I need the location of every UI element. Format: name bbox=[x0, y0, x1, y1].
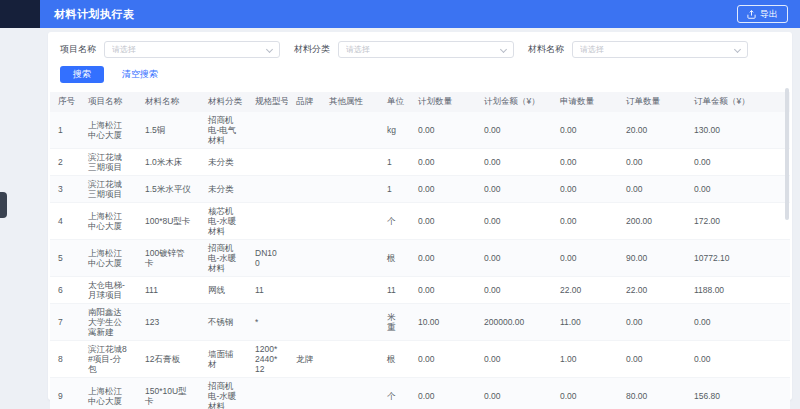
filter-material-input[interactable] bbox=[573, 42, 747, 57]
filter-project-label: 项目名称 bbox=[60, 43, 96, 56]
table-cell: 上海松江中心大厦 bbox=[80, 240, 137, 277]
table-cell: 7 bbox=[50, 304, 80, 341]
table-row: 6太仓电梯-月球项目111网线11110.000.0022.0022.00118… bbox=[50, 277, 790, 304]
table-cell: 0.00 bbox=[552, 149, 618, 176]
filter-category-select[interactable] bbox=[338, 41, 514, 58]
table-cell: 0.00 bbox=[618, 341, 686, 378]
content-card: 项目名称 材料分类 材料名称 搜索 清空搜索 序号项目名 bbox=[48, 32, 792, 400]
column-header: 材料名称 bbox=[137, 92, 200, 112]
filter-material-select[interactable] bbox=[572, 41, 748, 58]
table-cell: 12石膏板 bbox=[137, 341, 200, 378]
table-container: 序号项目名称材料名称材料分类规格型号品牌其他属性单位计划数量计划金额（¥）申请数… bbox=[50, 92, 790, 409]
column-header: 订单数量 bbox=[618, 92, 686, 112]
table-cell: 太仓电梯-月球项目 bbox=[80, 277, 137, 304]
table-cell bbox=[288, 203, 321, 240]
table-row: 2滨江花城三期项目1.0米木床未分类10.000.000.000.000.00 bbox=[50, 149, 790, 176]
table-cell: 0.00 bbox=[476, 176, 552, 203]
table-cell: 0.00 bbox=[476, 112, 552, 149]
table-cell: 20.00 bbox=[618, 112, 686, 149]
table-cell bbox=[321, 149, 379, 176]
table-cell: 0.00 bbox=[410, 176, 476, 203]
table-cell: 10772.10 bbox=[686, 240, 790, 277]
table-cell: 1200*2440*12 bbox=[247, 341, 288, 378]
filter-project-select[interactable] bbox=[104, 41, 280, 58]
table-cell: 0.00 bbox=[476, 341, 552, 378]
table-cell: 1.5米水平仪 bbox=[137, 176, 200, 203]
table-cell bbox=[247, 378, 288, 409]
column-header: 计划金额（¥） bbox=[476, 92, 552, 112]
table-cell: 0.00 bbox=[410, 203, 476, 240]
table-cell bbox=[288, 277, 321, 304]
table-cell: 0.00 bbox=[552, 112, 618, 149]
table-cell bbox=[288, 378, 321, 409]
column-header: 单位 bbox=[379, 92, 410, 112]
table-header-row: 序号项目名称材料名称材料分类规格型号品牌其他属性单位计划数量计划金额（¥）申请数… bbox=[50, 92, 790, 112]
table-cell bbox=[321, 304, 379, 341]
table-cell: 1.0米木床 bbox=[137, 149, 200, 176]
filter-material-label: 材料名称 bbox=[528, 43, 564, 56]
filter-category: 材料分类 bbox=[294, 41, 514, 58]
table-cell: 0.00 bbox=[552, 378, 618, 409]
table-cell bbox=[288, 176, 321, 203]
table-cell bbox=[321, 176, 379, 203]
column-header: 序号 bbox=[50, 92, 80, 112]
table-cell: 个 bbox=[379, 378, 410, 409]
table-cell: 上海松江中心大厦 bbox=[80, 112, 137, 149]
table-cell bbox=[321, 378, 379, 409]
table-cell: 上海松江中心大厦 bbox=[80, 203, 137, 240]
table-cell: 0.00 bbox=[686, 304, 790, 341]
table-cell: 未分类 bbox=[200, 176, 247, 203]
column-header: 项目名称 bbox=[80, 92, 137, 112]
filter-bar: 项目名称 材料分类 材料名称 bbox=[48, 32, 792, 58]
drawer-handle[interactable] bbox=[0, 192, 7, 218]
table-cell: 0.00 bbox=[618, 176, 686, 203]
table-cell bbox=[288, 112, 321, 149]
table-cell: 墙面辅材 bbox=[200, 341, 247, 378]
table-cell: 11.00 bbox=[552, 304, 618, 341]
table-cell: 1 bbox=[379, 149, 410, 176]
table-cell: 1.5铜 bbox=[137, 112, 200, 149]
table-cell: 0.00 bbox=[410, 240, 476, 277]
column-header: 规格型号 bbox=[247, 92, 288, 112]
page-title: 材料计划执行表 bbox=[54, 7, 135, 22]
table-cell: 0.00 bbox=[410, 378, 476, 409]
table-cell: 滨江花城三期项目 bbox=[80, 149, 137, 176]
table-cell: 招商机电-水暖材料 bbox=[200, 240, 247, 277]
export-button[interactable]: 导出 bbox=[737, 5, 788, 23]
column-header: 订单金额（¥） bbox=[686, 92, 790, 112]
clear-search-button[interactable]: 清空搜索 bbox=[122, 68, 158, 81]
filter-project: 项目名称 bbox=[60, 41, 280, 58]
table-cell: 0.00 bbox=[476, 203, 552, 240]
table-cell: 未分类 bbox=[200, 149, 247, 176]
table-cell: 米重 bbox=[379, 304, 410, 341]
table-cell: 招商机电-电气材料 bbox=[200, 112, 247, 149]
table-cell: 1.00 bbox=[552, 341, 618, 378]
table-cell: 200000.00 bbox=[476, 304, 552, 341]
table-cell: 1 bbox=[379, 176, 410, 203]
table-row: 7南阳鑫达大学生公寓新建123不锈钢*米重10.00200000.0011.00… bbox=[50, 304, 790, 341]
table-row: 5上海松江中心大厦100镀锌管卡招商机电-水暖材料DN100根0.000.000… bbox=[50, 240, 790, 277]
filter-project-input[interactable] bbox=[105, 42, 279, 57]
table-cell bbox=[247, 149, 288, 176]
table-cell: 123 bbox=[137, 304, 200, 341]
column-header: 申请数量 bbox=[552, 92, 618, 112]
table-cell: 9 bbox=[50, 378, 80, 409]
table-cell: 核芯机电-水暖材料 bbox=[200, 203, 247, 240]
table-row: 8滨江花城8#项目-分包12石膏板墙面辅材1200*2440*12龙牌根0.00… bbox=[50, 341, 790, 378]
table-cell: 不锈钢 bbox=[200, 304, 247, 341]
table-cell: * bbox=[247, 304, 288, 341]
table-cell: 滨江花城8#项目-分包 bbox=[80, 341, 137, 378]
table-cell: 100*8U型卡 bbox=[137, 203, 200, 240]
table-cell bbox=[247, 203, 288, 240]
table-row: 9上海松江中心大厦150*10U型卡招商机电-水暖材料个0.000.000.00… bbox=[50, 378, 790, 409]
column-header: 材料分类 bbox=[200, 92, 247, 112]
table-cell: 0.00 bbox=[618, 149, 686, 176]
search-button[interactable]: 搜索 bbox=[60, 66, 104, 83]
table-cell: 1188.00 bbox=[686, 277, 790, 304]
vertical-scrollbar-thumb[interactable] bbox=[785, 88, 789, 220]
table-cell: 0.00 bbox=[410, 341, 476, 378]
table-cell: 80.00 bbox=[618, 378, 686, 409]
table-cell: 0.00 bbox=[410, 112, 476, 149]
filter-category-input[interactable] bbox=[339, 42, 513, 57]
table-cell: kg bbox=[379, 112, 410, 149]
